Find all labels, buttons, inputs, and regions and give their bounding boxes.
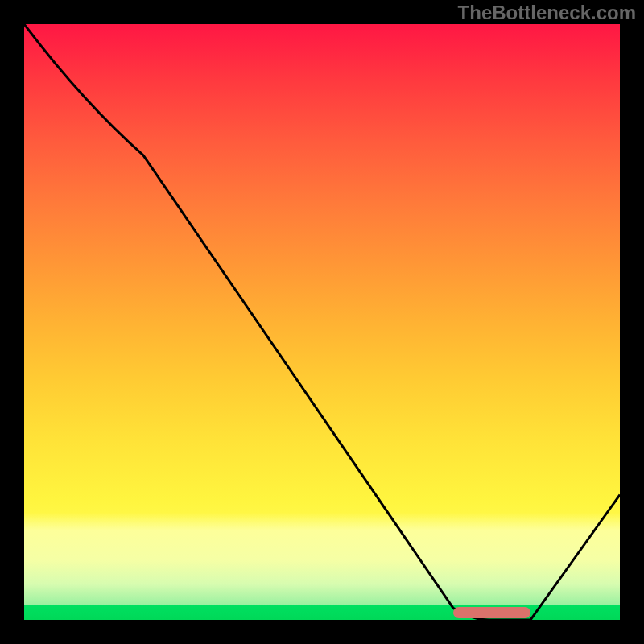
chart-container: TheBottleneck.com xyxy=(0,0,644,644)
plot-area xyxy=(24,24,620,620)
bottleneck-curve-path xyxy=(24,24,620,620)
curve-svg xyxy=(24,24,620,620)
optimal-range-marker xyxy=(453,607,530,618)
watermark-text: TheBottleneck.com xyxy=(458,2,636,24)
